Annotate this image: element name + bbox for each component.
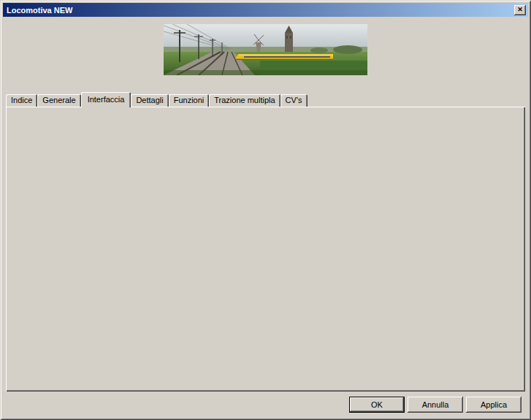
tab-page-interfaccia <box>6 107 525 392</box>
tab-trazione-multipla[interactable]: Trazione multipla <box>209 94 280 107</box>
tab-generale[interactable]: Generale <box>37 94 80 107</box>
close-icon: ✕ <box>517 6 523 13</box>
tab-funzioni[interactable]: Funzioni <box>169 94 210 107</box>
tab-interfaccia[interactable]: Interfaccia <box>81 92 131 107</box>
tab-strip: Indice Generale Interfaccia Dettagli Fun… <box>6 92 307 107</box>
tab-cvs[interactable]: CV's <box>280 94 307 107</box>
window-title: Locomotiva NEW <box>5 6 514 15</box>
tab-indice[interactable]: Indice <box>6 94 37 107</box>
banner <box>164 24 367 75</box>
applica-button[interactable]: Applica <box>466 397 522 413</box>
ok-button[interactable]: OK <box>349 397 405 413</box>
banner-image <box>164 24 367 75</box>
annulla-button[interactable]: Annulla <box>408 397 463 413</box>
dialog-locomotiva: Locomotiva NEW ✕ <box>0 0 531 420</box>
close-button[interactable]: ✕ <box>514 5 526 15</box>
titlebar: Locomotiva NEW ✕ <box>3 3 528 17</box>
tab-dettagli[interactable]: Dettagli <box>131 94 168 107</box>
